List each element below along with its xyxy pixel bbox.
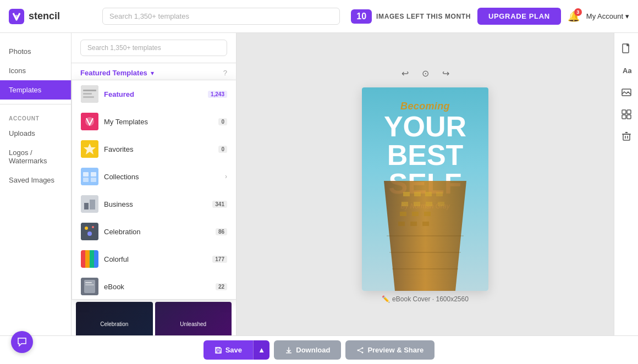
sidebar-item-templates[interactable]: Templates <box>0 80 71 100</box>
book-cover: Becoming YOUR BEST SELF By Norman Gray <box>362 87 488 291</box>
svg-rect-12 <box>91 172 96 177</box>
dropdown-item-my-templates[interactable]: My Templates 0 <box>72 108 236 135</box>
sidebar-item-saved[interactable]: Saved Images <box>0 170 71 190</box>
svg-rect-4 <box>83 93 92 95</box>
svg-rect-10 <box>81 168 98 185</box>
svg-line-75 <box>358 350 362 352</box>
preview-share-button[interactable]: Preview & Share <box>345 340 435 360</box>
templates-search-input[interactable] <box>80 40 227 56</box>
dropdown-badge-ebook: 22 <box>216 283 227 290</box>
templates-grid: Celebration Unleashed <box>72 297 236 335</box>
sidebar-label-photos: Photos <box>9 47 31 56</box>
text-icon-button[interactable]: Aa <box>618 62 635 79</box>
svg-rect-43 <box>402 202 408 206</box>
canvas-area: ↩ ⊙ ↪ Becoming YOUR BEST SELF By Norman … <box>237 33 614 335</box>
canvas-caption-text: eBook Cover · 1600x2560 <box>392 295 469 303</box>
trash-icon <box>622 131 631 141</box>
search-input[interactable] <box>102 8 340 25</box>
svg-rect-70 <box>286 352 292 354</box>
save-icon <box>215 346 222 354</box>
my-templates-thumb <box>81 113 98 130</box>
svg-rect-40 <box>414 192 421 196</box>
chat-icon <box>17 337 27 347</box>
sidebar-item-uploads[interactable]: Uploads <box>0 124 71 143</box>
save-button[interactable]: Save <box>204 340 253 360</box>
svg-rect-60 <box>627 110 631 114</box>
svg-rect-11 <box>83 172 89 177</box>
svg-rect-26 <box>94 250 98 268</box>
dropdown-item-ebook[interactable]: eBook 22 <box>72 273 236 300</box>
undo-button[interactable]: ↩ <box>397 66 413 81</box>
grid-thumb-2[interactable]: Unleashed <box>155 302 232 335</box>
header: stencil 10 IMAGES LEFT THIS MONTH UPGRAD… <box>0 0 638 33</box>
grid-thumb-1[interactable]: Celebration <box>76 302 153 335</box>
share-icon <box>356 346 364 354</box>
grid-icon-button[interactable] <box>618 106 635 123</box>
image-icon-button[interactable] <box>618 84 635 101</box>
footer: Save ▲ Download Preview & Share <box>0 335 638 364</box>
svg-rect-39 <box>403 192 410 196</box>
dropdown-label-celebration: Celebration <box>104 228 210 236</box>
svg-rect-41 <box>425 192 432 196</box>
images-count-badge: 10 <box>351 9 372 24</box>
dropdown-item-colorful[interactable]: Colorful 177 <box>72 245 236 273</box>
svg-rect-59 <box>622 110 626 114</box>
upgrade-plan-button[interactable]: UPGRADE PLAN <box>477 8 561 25</box>
header-right: 10 IMAGES LEFT THIS MONTH UPGRADE PLAN 🔔… <box>351 8 629 25</box>
dropdown-item-favorites[interactable]: Favorites 0 <box>72 135 236 163</box>
dropdown-badge-favorites: 0 <box>218 146 227 153</box>
svg-rect-61 <box>622 115 626 119</box>
svg-rect-42 <box>436 192 443 196</box>
dropdown-label-ebook: eBook <box>104 283 210 291</box>
svg-rect-16 <box>84 203 89 209</box>
dropdown-badge-business: 341 <box>212 201 227 208</box>
dropdown-item-celebration[interactable]: Celebration 86 <box>72 218 236 245</box>
dropdown-label-colorful: Colorful <box>104 255 207 263</box>
templates-dropdown: Featured 1,243 My Templates 0 Favorites … <box>72 80 237 300</box>
svg-rect-44 <box>414 202 420 206</box>
dropdown-item-collections[interactable]: Collections › <box>72 163 236 190</box>
dropdown-item-featured[interactable]: Featured 1,243 <box>72 80 236 108</box>
logo-text: stencil <box>29 10 60 22</box>
chevron-up-icon: ▲ <box>258 346 265 354</box>
my-account-button[interactable]: My Account ▾ <box>586 12 629 20</box>
chat-button[interactable] <box>11 331 33 353</box>
sidebar-item-logos[interactable]: Logos / Watermarks <box>0 143 71 170</box>
redo-button[interactable]: ↪ <box>438 66 454 81</box>
canvas-controls: ↩ ⊙ ↪ <box>397 66 454 81</box>
svg-rect-45 <box>426 202 432 206</box>
sidebar-item-icons[interactable]: Icons <box>0 61 71 80</box>
svg-rect-50 <box>398 222 405 226</box>
featured-help-icon[interactable]: ? <box>223 69 227 77</box>
grid-icon <box>622 109 631 119</box>
templates-header <box>72 33 236 63</box>
svg-rect-49 <box>424 212 431 216</box>
trash-icon-button[interactable] <box>618 128 635 145</box>
history-button[interactable]: ⊙ <box>417 66 433 81</box>
svg-rect-23 <box>81 250 85 268</box>
building-illustration <box>362 181 488 291</box>
images-label: IMAGES LEFT THIS MONTH <box>376 13 471 20</box>
chevron-down-icon: ▾ <box>625 12 629 20</box>
dropdown-badge-my-templates: 0 <box>218 118 227 125</box>
svg-rect-69 <box>217 348 219 349</box>
svg-rect-51 <box>410 222 417 226</box>
dropdown-label-my-templates: My Templates <box>104 118 213 126</box>
celebration-thumb <box>81 223 98 240</box>
sidebar-item-photos[interactable]: Photos <box>0 42 71 61</box>
svg-rect-28 <box>84 280 95 293</box>
download-button[interactable]: Download <box>274 340 341 360</box>
pencil-icon: ✏️ <box>382 295 390 303</box>
save-label: Save <box>226 346 242 354</box>
dropdown-item-business[interactable]: Business 341 <box>72 190 236 218</box>
dropdown-label-featured: Featured <box>104 90 202 98</box>
file-icon-button[interactable] <box>618 40 635 57</box>
save-dropdown-button[interactable]: ▲ <box>253 340 270 360</box>
ebook-thumb <box>81 278 98 295</box>
dropdown-label-collections: Collections <box>104 173 219 181</box>
sidebar-label-icons: Icons <box>9 67 26 75</box>
notifications-button[interactable]: 🔔 3 <box>568 10 580 23</box>
preview-label: Preview & Share <box>367 346 424 354</box>
svg-point-20 <box>92 226 94 228</box>
svg-rect-68 <box>217 351 220 353</box>
